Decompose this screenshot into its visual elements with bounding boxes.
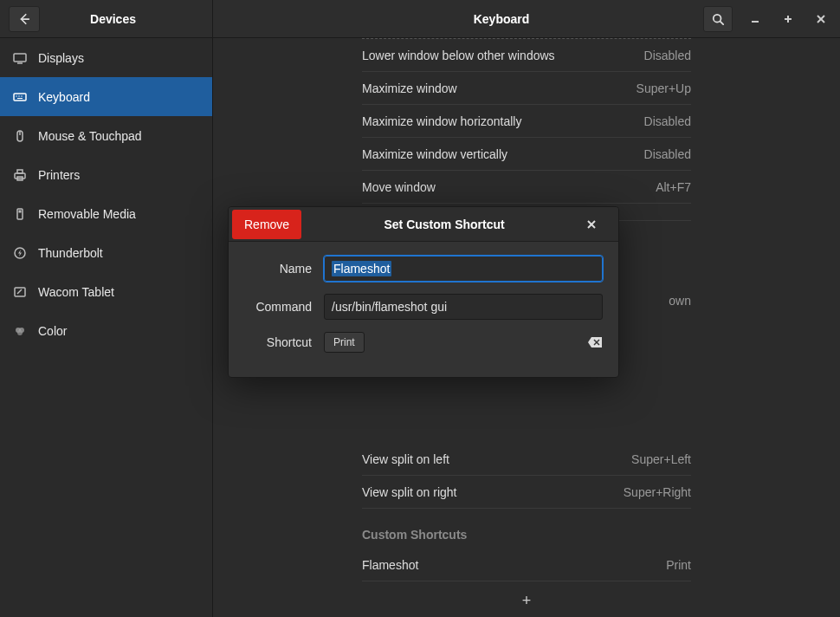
plus-icon: + bbox=[522, 592, 532, 610]
sidebar-item-label: Displays bbox=[38, 51, 84, 65]
custom-shortcuts-header: Custom Shortcuts bbox=[362, 509, 691, 549]
main-title-area: Keyboard bbox=[213, 0, 840, 37]
dialog-title: Set Custom Shortcut bbox=[301, 218, 587, 231]
dialog-header: Remove Set Custom Shortcut bbox=[229, 207, 618, 242]
command-label: Command bbox=[244, 300, 312, 314]
shortcut-accel: Super+Left bbox=[631, 452, 691, 466]
mouse-icon bbox=[12, 128, 28, 144]
add-shortcut-button[interactable]: + bbox=[362, 581, 691, 617]
shortcut-label: Maximize window vertically bbox=[362, 147, 644, 161]
sidebar-item-label: Color bbox=[38, 324, 67, 338]
shortcut-row[interactable]: Move window Alt+F7 bbox=[362, 171, 691, 204]
page-title: Keyboard bbox=[213, 12, 703, 26]
tablet-icon bbox=[12, 284, 28, 300]
svg-rect-10 bbox=[14, 94, 26, 101]
sidebar-item-label: Printers bbox=[38, 168, 80, 182]
maximize-button[interactable] bbox=[778, 9, 798, 29]
svg-rect-18 bbox=[17, 170, 23, 173]
sidebar-item-label: Removable Media bbox=[38, 207, 136, 221]
custom-shortcut-row[interactable]: Flameshot Print bbox=[362, 549, 691, 581]
sidebar-item-printers[interactable]: Printers bbox=[0, 155, 212, 194]
back-button[interactable] bbox=[9, 6, 40, 32]
color-icon bbox=[12, 323, 28, 339]
svg-point-26 bbox=[17, 330, 23, 335]
shortcut-label: View split on right bbox=[362, 485, 624, 499]
shortcut-label: Flameshot bbox=[362, 558, 666, 572]
close-icon bbox=[816, 14, 826, 24]
form-row-shortcut: Shortcut Print bbox=[244, 332, 603, 353]
sidebar-item-wacom[interactable]: Wacom Tablet bbox=[0, 272, 212, 311]
thunderbolt-icon bbox=[12, 245, 28, 261]
sidebar-item-displays[interactable]: Displays bbox=[0, 38, 212, 77]
svg-point-11 bbox=[16, 95, 16, 96]
sidebar-item-mouse[interactable]: Mouse & Touchpad bbox=[0, 116, 212, 155]
printer-icon bbox=[12, 167, 28, 183]
shortcut-label: View split on left bbox=[362, 452, 631, 466]
shortcut-row[interactable]: Maximize window vertically Disabled bbox=[362, 138, 691, 171]
shortcut-label: Maximize window bbox=[362, 81, 636, 95]
back-arrow-icon bbox=[18, 13, 30, 25]
sidebar-item-label: Thunderbolt bbox=[38, 246, 103, 260]
shortcut-label: Lower window below other windows bbox=[362, 49, 644, 62]
shortcut-row[interactable]: Lower window below other windows Disable… bbox=[362, 39, 691, 72]
sidebar-item-label: Wacom Tablet bbox=[38, 285, 114, 299]
shortcut-key-display[interactable]: Print bbox=[324, 332, 365, 353]
shortcut-accel: Super+Up bbox=[636, 81, 691, 95]
search-icon bbox=[712, 13, 724, 25]
remove-button[interactable]: Remove bbox=[232, 210, 301, 239]
form-row-name: Name Flameshot bbox=[244, 256, 603, 282]
shortcut-label: Move window bbox=[362, 180, 656, 194]
shortcut-label: Shortcut bbox=[244, 335, 312, 349]
media-icon bbox=[12, 206, 28, 222]
svg-point-12 bbox=[18, 95, 19, 96]
name-label: Name bbox=[244, 262, 312, 276]
shortcut-row[interactable]: View split on left Super+Left bbox=[362, 443, 691, 476]
dialog-close-button[interactable] bbox=[587, 220, 618, 229]
shortcut-label: Maximize window horizontally bbox=[362, 114, 644, 128]
close-icon bbox=[587, 220, 596, 229]
search-button[interactable] bbox=[703, 6, 733, 32]
sidebar-item-thunderbolt[interactable]: Thunderbolt bbox=[0, 233, 212, 272]
shortcut-accel: Alt+F7 bbox=[656, 180, 691, 194]
svg-rect-17 bbox=[15, 173, 25, 179]
close-button[interactable] bbox=[811, 9, 831, 29]
sidebar-item-removable-media[interactable]: Removable Media bbox=[0, 194, 212, 233]
svg-line-2 bbox=[720, 21, 724, 24]
dialog-body: Name Flameshot Command Shortcut Print bbox=[229, 242, 618, 377]
shortcut-row[interactable]: Maximize window Super+Up bbox=[362, 72, 691, 105]
sidebar-item-label: Mouse & Touchpad bbox=[38, 129, 142, 143]
shortcut-row[interactable]: Maximize window horizontally Disabled bbox=[362, 105, 691, 138]
svg-rect-8 bbox=[14, 54, 26, 62]
sidebar-item-keyboard[interactable]: Keyboard bbox=[0, 77, 212, 116]
minimize-button[interactable] bbox=[745, 9, 766, 29]
clear-shortcut-button[interactable] bbox=[587, 336, 603, 348]
backspace-icon bbox=[587, 336, 603, 348]
svg-point-13 bbox=[21, 95, 22, 96]
sidebar-item-label: Keyboard bbox=[38, 90, 90, 104]
minimize-icon bbox=[750, 14, 760, 24]
displays-icon bbox=[12, 50, 28, 66]
shortcut-accel: Disabled bbox=[644, 114, 691, 128]
sidebar-title-area: Devices bbox=[0, 0, 213, 37]
titlebar: Devices Keyboard bbox=[0, 0, 840, 38]
command-input[interactable] bbox=[324, 294, 603, 320]
keyboard-icon bbox=[12, 89, 28, 105]
name-input[interactable]: Flameshot bbox=[324, 256, 603, 282]
sidebar: Displays Keyboard Mouse & Touchpad Print… bbox=[0, 38, 213, 617]
svg-rect-21 bbox=[19, 210, 22, 212]
custom-shortcut-dialog: Remove Set Custom Shortcut Name Flamesho… bbox=[228, 206, 619, 378]
shortcut-accel: Print bbox=[666, 558, 691, 572]
title-actions bbox=[703, 6, 840, 32]
sidebar-item-color[interactable]: Color bbox=[0, 311, 212, 350]
shortcut-accel: Disabled bbox=[644, 147, 691, 161]
name-input-value: Flameshot bbox=[332, 261, 391, 276]
shortcut-row[interactable]: View split on right Super+Right bbox=[362, 476, 691, 509]
sidebar-title: Devices bbox=[40, 12, 212, 26]
shortcut-accel: Disabled bbox=[644, 49, 691, 62]
maximize-icon bbox=[783, 14, 793, 24]
shortcut-accel: Super+Right bbox=[624, 485, 691, 499]
form-row-command: Command bbox=[244, 294, 603, 320]
